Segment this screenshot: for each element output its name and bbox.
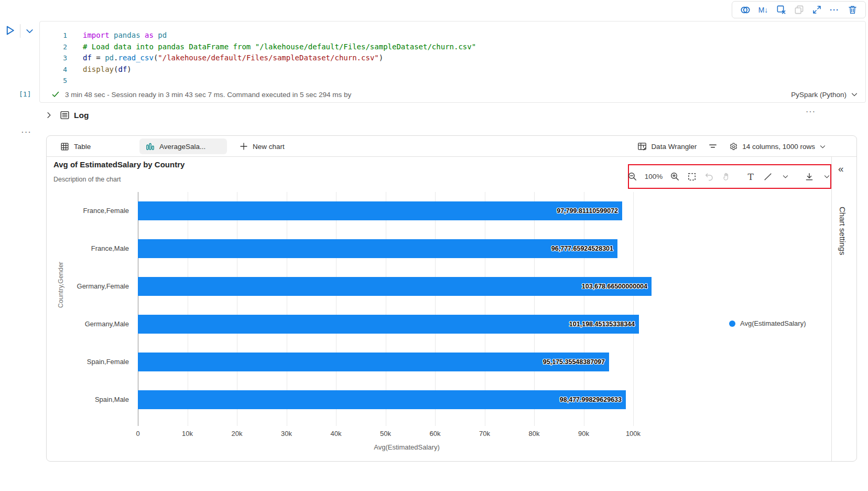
download-icon[interactable] — [804, 170, 815, 183]
y-category-label: France,Male — [47, 244, 129, 253]
tab-table-label: Table — [74, 143, 91, 151]
expand-settings-icon[interactable]: « — [838, 163, 844, 175]
table-grid-icon — [60, 142, 69, 151]
x-tick-label: 100k — [617, 430, 649, 437]
text-tool-icon[interactable]: T — [745, 170, 756, 183]
more-options-icon[interactable]: ··· — [828, 3, 841, 17]
x-tick-label: 0 — [122, 430, 154, 437]
log-list-icon — [60, 110, 70, 120]
bar[interactable]: 101,198.45135338344 — [138, 315, 639, 334]
log-title[interactable]: Log — [74, 111, 89, 120]
download-chevron-icon[interactable] — [821, 170, 832, 183]
run-cell-button[interactable] — [4, 24, 16, 37]
delete-cell-icon[interactable] — [845, 3, 859, 17]
plus-icon — [240, 142, 248, 151]
bar[interactable]: 97,799.81110599072 — [138, 201, 622, 220]
tab-new-chart[interactable]: New chart — [233, 138, 291, 154]
copilot-icon[interactable] — [739, 3, 752, 17]
kernel-label: PySpark (Python) — [791, 91, 847, 99]
code-editor[interactable]: 1import pandas as pd2# Load data into pa… — [40, 30, 476, 87]
y-category-label: Spain,Male — [47, 395, 129, 404]
chart-plot: 010k20k30k40k50k60k70k80k90k100kFrance,F… — [47, 188, 830, 461]
code-text: # Load data into pandas DataFrame from "… — [67, 41, 476, 53]
output-more-icon[interactable]: ··· — [21, 127, 31, 137]
expand-cell-icon[interactable] — [810, 3, 823, 17]
tab-chart-label: AverageSala... — [159, 143, 205, 151]
tab-table[interactable]: Table — [54, 138, 97, 154]
x-tick-label: 20k — [221, 430, 253, 437]
notebook-page: M↓ ··· [1] ··· 1import pandas as pd2# Lo… — [0, 0, 868, 491]
code-text: display(df) — [67, 64, 132, 76]
chart-settings-label[interactable]: Chart settings — [838, 207, 847, 255]
log-more-icon[interactable]: ··· — [806, 107, 816, 116]
code-line[interactable]: 5 — [40, 75, 476, 87]
bar[interactable]: 96,777.65924528301 — [138, 239, 617, 258]
chevron-down-icon — [819, 143, 826, 150]
bar-value-label: 103,678.66500000004 — [582, 277, 647, 296]
run-options-chevron-icon[interactable] — [25, 27, 34, 36]
table-settings-button[interactable]: 14 columns, 1000 rows — [729, 142, 826, 151]
bar-value-label: 98,477.99829629633 — [560, 390, 622, 409]
code-text: import pandas as pd — [67, 30, 167, 41]
data-wrangler-icon — [637, 142, 647, 151]
pan-hand-icon — [721, 170, 732, 183]
x-tick-label: 70k — [469, 430, 501, 437]
zoom-out-icon[interactable] — [627, 170, 638, 183]
gridline — [633, 192, 634, 426]
line-number: 2 — [40, 41, 67, 53]
line-number: 5 — [40, 75, 67, 87]
x-tick-label: 50k — [370, 430, 402, 437]
line-tool-chevron-icon[interactable] — [780, 170, 790, 183]
bar-value-label: 96,777.65924528301 — [551, 239, 613, 258]
y-category-label: Spain,Female — [47, 357, 129, 367]
filter-lines-icon — [708, 142, 718, 151]
bar-value-label: 101,198.45135338344 — [569, 315, 635, 334]
code-line[interactable]: 1import pandas as pd — [40, 30, 476, 41]
cell-toolbar: M↓ ··· — [732, 1, 866, 18]
x-tick-label: 90k — [568, 430, 600, 437]
convert-to-markdown-icon[interactable]: M↓ — [756, 3, 770, 17]
code-line[interactable]: 4display(df) — [40, 64, 476, 76]
y-category-label: France,Female — [47, 206, 129, 216]
x-tick-label: 40k — [320, 430, 352, 437]
marquee-select-icon[interactable] — [687, 170, 697, 183]
bar[interactable]: 98,477.99829629633 — [138, 390, 626, 409]
filter-button[interactable] — [708, 142, 718, 151]
bar[interactable]: 95,175.35548387097 — [138, 353, 609, 371]
clear-output-icon[interactable] — [774, 3, 788, 17]
code-line[interactable]: 2# Load data into pandas DataFrame from … — [40, 41, 476, 53]
data-wrangler-button[interactable]: Data Wrangler — [637, 142, 697, 151]
tab-chart-selected[interactable]: AverageSala... — [139, 138, 227, 154]
legend-label: Avg(EstimatedSalary) — [740, 319, 806, 327]
zoom-level[interactable]: 100% — [645, 173, 663, 180]
log-expand-chevron-icon[interactable] — [45, 111, 53, 119]
output-tools: Data Wrangler 14 columns, 1000 rows — [637, 136, 826, 157]
tab-new-chart-label: New chart — [253, 143, 285, 151]
zoom-in-icon[interactable] — [669, 170, 680, 183]
x-tick-label: 30k — [271, 430, 302, 437]
x-axis-title: Avg(EstimatedSalary) — [328, 443, 485, 451]
gutter-divider — [20, 24, 20, 38]
bar[interactable]: 103,678.66500000004 — [138, 277, 652, 296]
output-panel: Table AverageSala... New chart Data Wran… — [46, 135, 857, 462]
table-info-label: 14 columns, 1000 rows — [742, 143, 815, 151]
chart-legend[interactable]: Avg(EstimatedSalary) — [729, 319, 806, 327]
code-text: df = pd.read_csv("/lakehouse/default/Fil… — [67, 52, 383, 64]
y-category-label: Germany,Male — [47, 319, 129, 329]
code-text — [67, 75, 83, 87]
line-tool-icon[interactable] — [763, 170, 773, 183]
execution-status-text: 3 min 48 sec - Session ready in 3 min 43… — [65, 91, 791, 99]
undo-icon — [704, 170, 714, 183]
x-tick-label: 10k — [172, 430, 203, 437]
kernel-selector[interactable]: PySpark (Python) — [791, 91, 858, 99]
code-line[interactable]: 3df = pd.read_csv("/lakehouse/default/Fi… — [40, 52, 476, 64]
line-number: 4 — [40, 64, 67, 76]
cell-status-bar: 3 min 48 sec - Session ready in 3 min 43… — [40, 87, 865, 102]
code-cell[interactable]: 1import pandas as pd2# Load data into pa… — [39, 21, 866, 103]
output-tabbar: Table AverageSala... New chart Data Wran… — [47, 136, 856, 157]
legend-dot — [729, 321, 735, 327]
line-number: 1 — [40, 30, 67, 41]
success-check-icon — [51, 90, 60, 99]
line-number: 3 — [40, 52, 67, 64]
duplicate-cell-icon[interactable] — [792, 3, 806, 17]
